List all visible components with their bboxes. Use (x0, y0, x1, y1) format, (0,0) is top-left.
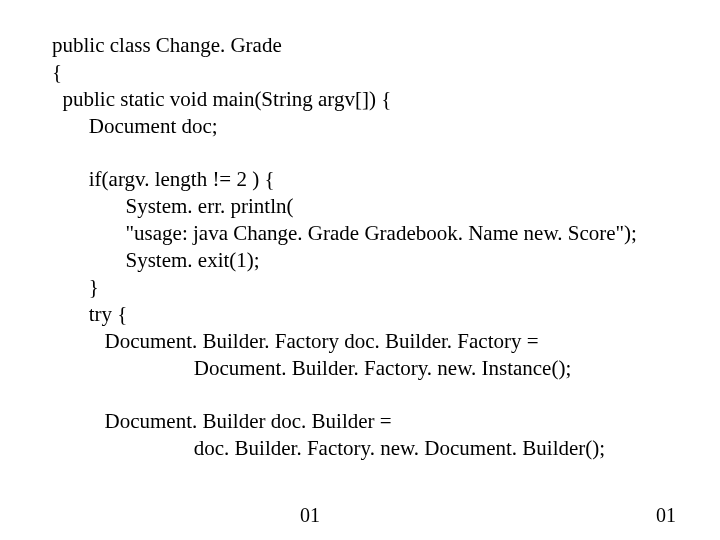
code-line: } (52, 275, 99, 299)
page-number-left: 01 (300, 504, 320, 527)
code-line: { (52, 60, 62, 84)
code-line: System. exit(1); (52, 248, 260, 272)
code-line: Document. Builder. Factory doc. Builder.… (52, 329, 539, 353)
code-line: if(argv. length != 2 ) { (52, 167, 275, 191)
code-line: doc. Builder. Factory. new. Document. Bu… (52, 436, 605, 460)
code-line: System. err. println( (52, 194, 293, 218)
code-block: public class Change. Grade { public stat… (52, 32, 710, 462)
code-line: public static void main(String argv[]) { (52, 87, 391, 111)
code-line: try { (52, 302, 127, 326)
code-line: public class Change. Grade (52, 33, 282, 57)
slide: public class Change. Grade { public stat… (0, 0, 720, 540)
code-line: Document doc; (52, 114, 218, 138)
code-line: Document. Builder doc. Builder = (52, 409, 392, 433)
code-line: "usage: java Change. Grade Gradebook. Na… (52, 221, 637, 245)
code-line: Document. Builder. Factory. new. Instanc… (52, 356, 571, 380)
page-number-right: 01 (656, 504, 676, 527)
